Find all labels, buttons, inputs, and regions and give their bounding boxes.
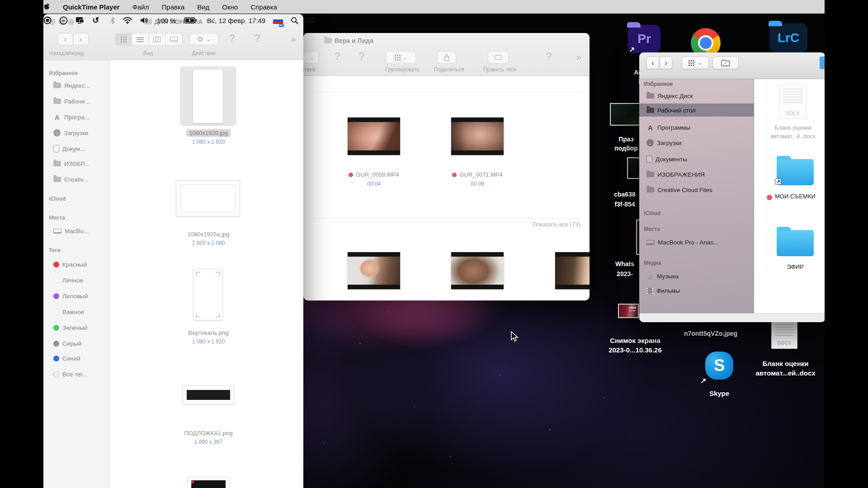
moi-syemki-folder-icon[interactable] — [777, 159, 814, 185]
win3-docx-label-line2[interactable]: автомат...й..docx — [766, 133, 820, 140]
win2-edit-tags-button[interactable] — [488, 51, 509, 64]
video-gur0059-label[interactable]: GUR_0059.MP4 — [338, 171, 410, 178]
file-1080x1920a-thumbnail[interactable] — [176, 180, 240, 216]
video-file-gur0059[interactable] — [348, 117, 400, 155]
view-grid-button[interactable] — [115, 33, 132, 45]
menu-help[interactable]: Справка — [250, 3, 277, 11]
sidebar-tag-all[interactable]: Все тег... — [53, 369, 87, 380]
win3-view-button[interactable]: ⌄ — [682, 56, 709, 69]
video-file-row2-3[interactable] — [555, 252, 590, 289]
win1-toolbar-overflow-icon[interactable]: » — [291, 34, 295, 44]
file-488x868-thumbnail[interactable] — [193, 69, 223, 123]
thumb-inner-frame — [180, 184, 236, 212]
sidebar-item-applications[interactable]: AПрогра... — [53, 112, 90, 122]
sidebar-tag-green[interactable]: Зеленый — [53, 322, 87, 333]
sidebar-item-music[interactable]: ♫Музыка — [646, 271, 679, 282]
apple-menu[interactable] — [43, 0, 50, 14]
file-podlozhka-name[interactable]: ПОДЛОЖКА1.png — [181, 430, 236, 436]
file-488x868-name-wrap[interactable]: 488x868.jpg — [181, 129, 236, 137]
sidebar-item-applications[interactable]: AПрограммы — [646, 122, 690, 133]
volume-icon[interactable] — [140, 14, 149, 27]
menu-app-name[interactable]: QuickTime Player — [63, 3, 120, 11]
n7-jpeg-label[interactable]: n7ontt5qVZo.jpeg — [675, 330, 747, 337]
show-all-link[interactable]: Показать все (73) — [533, 221, 580, 228]
sidebar-item-creative-cloud[interactable]: Creativ... — [53, 174, 88, 185]
win2-action-button[interactable]: ⌄ — [303, 51, 319, 64]
win1-forward-button[interactable]: › — [73, 33, 89, 45]
wifi-icon[interactable] — [123, 14, 132, 27]
sidebar-item-yandex-disk[interactable]: Яндекс.Диск — [646, 90, 693, 101]
video-gur0071-label[interactable]: GUR_0071.MP4 — [441, 171, 514, 178]
file-vertical-name[interactable]: Вертикаль.png — [181, 329, 236, 336]
sidebar-tag-purple[interactable]: Лиловый — [53, 291, 88, 301]
lightroom-app-icon[interactable]: LrC — [769, 23, 807, 52]
battery-icon[interactable] — [184, 14, 197, 27]
screenshot-file-icon[interactable] — [618, 304, 639, 318]
sidebar-item-desktop[interactable]: Рабочи... — [53, 96, 90, 107]
sidebar-item-movies[interactable]: Фильмы — [646, 285, 680, 296]
sidebar-item-macbook-pro[interactable]: MacBook Pro - Anas... — [646, 237, 718, 248]
win2-share-button[interactable] — [437, 51, 456, 64]
menu-edit[interactable]: Правка — [162, 3, 185, 11]
sidebar-item-documents[interactable]: Докум... — [53, 143, 85, 154]
win3-docx-label-line1[interactable]: Бланк оценки — [766, 124, 820, 131]
input-source-flag-icon[interactable]: РС — [273, 14, 283, 27]
bluetooth-icon[interactable] — [110, 14, 115, 27]
sidebar-tag-blue[interactable]: Синий — [53, 353, 80, 364]
display-mirroring-icon[interactable] — [75, 14, 85, 27]
sidebar-tag-red[interactable]: Красный — [53, 259, 87, 270]
screenshot-label-line1[interactable]: Снимок экрана — [601, 337, 669, 344]
win3-new-folder-button[interactable]: + — [712, 56, 739, 69]
apple-logo-icon — [43, 3, 50, 11]
win2-toolbar-overflow-icon[interactable]: » — [576, 52, 580, 62]
moi-syemki-label[interactable]: МОИ СЪЕМКИ — [775, 193, 826, 200]
battery-percent[interactable]: 100 % — [157, 17, 176, 24]
menu-file[interactable]: Файл — [132, 3, 149, 11]
sidebar-item-izobr[interactable]: ИЗОБР... — [53, 158, 89, 169]
efir-label[interactable]: ЭФИР — [768, 263, 822, 270]
video-file-gur0071[interactable] — [451, 117, 504, 155]
time-machine-icon[interactable]: ↺ — [92, 14, 99, 27]
file-podlozhka-thumbnail[interactable] — [183, 385, 234, 404]
sidebar-item-creative-cloud-files[interactable]: Creative Cloud Files — [646, 184, 712, 195]
folder-proxy-icon[interactable] — [324, 38, 332, 43]
blank-docx-label-line1[interactable]: Бланк оценки — [750, 360, 821, 367]
win3-forward-button[interactable]: › — [660, 56, 672, 69]
sidebar-tag-important[interactable]: Важное — [53, 306, 84, 317]
sidebar-item-downloads[interactable]: ↓Загрузки — [53, 127, 88, 138]
efir-folder-icon[interactable] — [777, 230, 814, 256]
spotlight-search-icon[interactable] — [291, 14, 298, 27]
sidebar-item-yandex[interactable]: Яндекс... — [53, 80, 90, 91]
skype-app-icon[interactable]: S — [705, 352, 733, 380]
blank-docx-label-line2[interactable]: автомат...ей..docx — [750, 369, 821, 377]
view-list-button[interactable] — [132, 33, 149, 45]
sidebar-item-macbook[interactable]: MacBo... — [53, 225, 89, 236]
notification-center-icon[interactable] — [306, 14, 315, 27]
file-partial-thumbnail[interactable] — [188, 477, 229, 488]
sidebar-item-izobrazheniya[interactable]: ИЗОБРАЖЕНИЯ — [646, 169, 705, 180]
win2-group-button[interactable]: ⌄ — [386, 51, 416, 64]
creative-cloud-icon[interactable]: ∞ — [59, 14, 68, 27]
screen-record-stop-icon[interactable] — [43, 14, 52, 27]
view-gallery-button[interactable] — [165, 33, 182, 45]
menu-window[interactable]: Окно — [222, 3, 238, 11]
video-file-row2-2[interactable] — [451, 252, 504, 289]
menu-view[interactable]: Вид — [197, 3, 209, 11]
video-file-row2-1[interactable] — [348, 252, 400, 289]
win1-action-button[interactable]: ⚙ ⌄ — [189, 33, 218, 45]
file-1080x1920a-name[interactable]: 1080x1920a.jpg — [181, 231, 236, 238]
file-vertical-thumbnail[interactable] — [193, 269, 223, 320]
sidebar-tag-gray[interactable]: Серый — [53, 338, 81, 349]
sidebar-tag-personal[interactable]: Личное — [53, 275, 83, 286]
win3-back-button[interactable]: ‹ — [646, 56, 659, 69]
sidebar-item-documents[interactable]: Документы — [646, 154, 687, 164]
view-columns-button[interactable] — [149, 33, 165, 45]
screenshot-label-line2[interactable]: 2023-0...10.36.26 — [601, 346, 669, 354]
sidebar-item-desktop-selected[interactable]: Рабочий стол — [646, 105, 696, 116]
sidebar-item-downloads[interactable]: ↓Загрузки — [646, 137, 681, 148]
win1-back-button[interactable]: ‹ — [58, 33, 73, 45]
win3-docx-file-icon[interactable]: DOCX — [779, 84, 807, 119]
skype-label[interactable]: Skype — [692, 389, 746, 397]
menu-clock[interactable]: Вс, 12 февр. 17:49 — [207, 17, 266, 24]
praz-file-icon[interactable] — [610, 103, 643, 126]
